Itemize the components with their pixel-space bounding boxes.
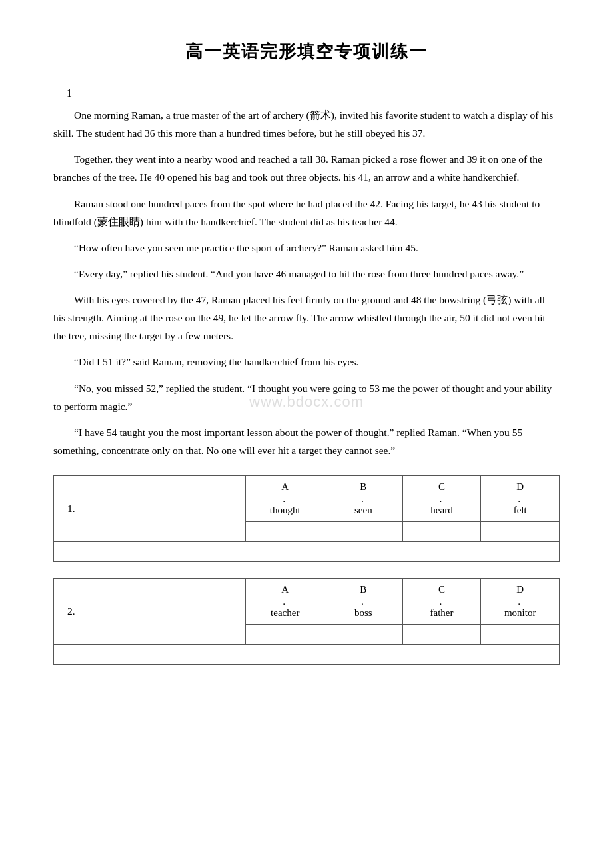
option-2c-cell: C . father bbox=[402, 579, 481, 625]
option-text-1a: thought bbox=[253, 505, 317, 516]
answer-table-2: 2. A . teacher B . boss C . bbox=[53, 578, 560, 665]
option-1b-cell: B . seen bbox=[324, 476, 403, 522]
question-1-cell: 1. bbox=[54, 476, 246, 542]
paragraph-5: “Every day,” replied his student. “And y… bbox=[53, 265, 560, 283]
dot-1b: . bbox=[331, 493, 394, 505]
option-1c-cell: C . heard bbox=[402, 476, 481, 522]
option-letter-2c: C bbox=[410, 584, 474, 595]
dot-2a: . bbox=[253, 595, 315, 607]
extra-cell-1a bbox=[246, 522, 324, 542]
answer-tables: 1. A . thought B . seen C . bbox=[53, 475, 560, 665]
extra-cell-2a bbox=[246, 625, 324, 645]
option-1a-header: A . thought bbox=[246, 476, 324, 522]
paragraph-6: With his eyes covered by the 47, Raman p… bbox=[53, 291, 560, 345]
section-number: 1 bbox=[67, 87, 560, 99]
dot-2d: . bbox=[488, 595, 550, 607]
dot-1d: . bbox=[488, 493, 550, 505]
paragraph-8: “No, you missed 52,” replied the student… bbox=[53, 379, 560, 415]
dot-2c: . bbox=[410, 595, 472, 607]
question-1-number: 1. bbox=[67, 503, 75, 514]
extra-cell-2b bbox=[324, 625, 403, 645]
option-text-2b: boss bbox=[331, 607, 396, 619]
page-title: 高一英语完形填空专项训练一 bbox=[53, 40, 560, 63]
extra-row-1 bbox=[54, 542, 560, 562]
extra-cell-1b bbox=[324, 522, 403, 542]
option-2d-cell: D . monitor bbox=[481, 579, 560, 625]
paragraph-2: Together, they went into a nearby wood a… bbox=[53, 150, 560, 186]
dot-1c: . bbox=[410, 493, 472, 505]
paragraph-4: “How often have you seen me practice the… bbox=[53, 239, 560, 257]
dot-2b: . bbox=[331, 595, 394, 607]
option-1d-cell: D . felt bbox=[481, 476, 560, 522]
option-letter-1b: B bbox=[331, 481, 396, 493]
extra-cell-2c bbox=[402, 625, 481, 645]
question-2-cell: 2. bbox=[54, 579, 246, 645]
option-letter-2b: B bbox=[331, 584, 396, 595]
option-text-1b: seen bbox=[331, 505, 396, 516]
option-text-2c: father bbox=[410, 607, 474, 619]
question-2-number: 2. bbox=[67, 605, 75, 617]
paragraph-7: “Did I 51 it?” said Raman, removing the … bbox=[53, 353, 560, 371]
option-letter-1a: A bbox=[253, 481, 317, 493]
option-text-1d: felt bbox=[488, 505, 552, 516]
answer-table-1: 1. A . thought B . seen C . bbox=[53, 475, 560, 562]
option-letter-1d: D bbox=[488, 481, 552, 493]
option-letter-2a: A bbox=[253, 584, 317, 595]
paragraph-9: “I have 54 taught you the most important… bbox=[53, 423, 560, 459]
paragraph-1: One morning Raman, a true master of the … bbox=[53, 106, 560, 142]
extra-row-2 bbox=[54, 645, 560, 665]
option-text-1c: heard bbox=[410, 505, 474, 516]
extra-cell-1c bbox=[402, 522, 481, 542]
paragraph-3: Raman stood one hundred paces from the s… bbox=[53, 195, 560, 231]
option-letter-2d: D bbox=[488, 584, 552, 595]
extra-cell-2d bbox=[481, 625, 560, 645]
extra-cell-1d bbox=[481, 522, 560, 542]
option-2b-cell: B . boss bbox=[324, 579, 403, 625]
dot-1a: . bbox=[253, 493, 315, 505]
option-text-2d: monitor bbox=[488, 607, 552, 619]
option-2a-cell: A . teacher bbox=[246, 579, 324, 625]
option-letter-1c: C bbox=[410, 481, 474, 493]
option-text-2a: teacher bbox=[253, 607, 317, 619]
